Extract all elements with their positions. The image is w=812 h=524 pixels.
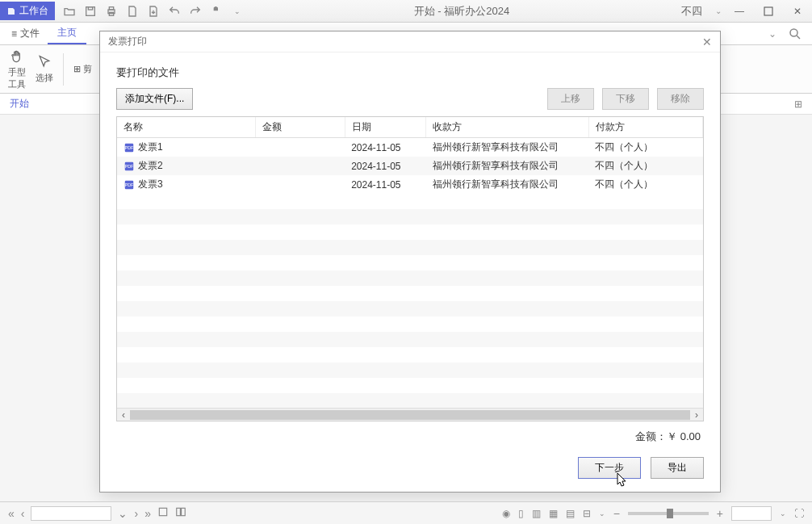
pdf-icon: PDF <box>123 179 135 191</box>
zoom-out-icon[interactable]: − <box>613 507 620 520</box>
col-payee[interactable]: 收款方 <box>426 117 589 138</box>
export-button[interactable]: 导出 <box>651 457 704 479</box>
reading-mode-icon[interactable]: ◉ <box>502 508 510 519</box>
page-view2-icon[interactable] <box>175 506 186 520</box>
file-menu[interactable]: ≡ 文件 <box>3 23 48 44</box>
fullscreen-icon[interactable]: ⛶ <box>794 508 804 519</box>
svg-rect-15 <box>182 508 186 515</box>
app-badge[interactable]: 工作台 <box>0 2 55 20</box>
scroll-track[interactable] <box>130 410 690 420</box>
layout-2-icon[interactable]: ▥ <box>532 508 541 519</box>
user-label[interactable]: 不四 <box>672 4 712 19</box>
open-icon[interactable] <box>63 5 76 18</box>
svg-rect-0 <box>86 6 95 15</box>
table-row[interactable]: PDF发票32024-11-05福州领行新智享科技有限公司不四（个人） <box>117 175 703 194</box>
col-date[interactable]: 日期 <box>345 117 426 138</box>
zoom-in-icon[interactable]: + <box>717 507 723 520</box>
ribbon-separator <box>63 53 64 86</box>
pdf-icon: PDF <box>123 161 135 172</box>
invoice-print-dialog: 发票打印 ✕ 要打印的文件 添加文件(F)... 上移 下移 移除 名称 金额 … <box>99 31 721 493</box>
svg-rect-3 <box>109 6 113 9</box>
table-row[interactable]: PDF发票12024-11-05福州领行新智享科技有限公司不四（个人） <box>117 138 703 157</box>
scroll-left-icon[interactable]: ‹ <box>117 409 130 421</box>
ribbon-overflow[interactable]: ⊞ 剪 <box>73 63 92 75</box>
scroll-right-icon[interactable]: › <box>690 409 703 421</box>
user-chevron-icon[interactable]: ⌄ <box>712 5 725 18</box>
table-header-row: 名称 金额 日期 收款方 付款方 <box>117 117 703 138</box>
move-down-button[interactable]: 下移 <box>602 88 649 110</box>
app-logo-icon <box>6 6 16 16</box>
fit-width-icon[interactable]: ⊟ <box>583 508 591 519</box>
dropdown-icon[interactable]: ⌄ <box>768 28 776 40</box>
svg-rect-13 <box>159 508 166 515</box>
layout-3-icon[interactable]: ▦ <box>549 508 558 519</box>
horizontal-scrollbar[interactable]: ‹ › <box>117 408 703 421</box>
zoom-level-input[interactable] <box>731 506 772 521</box>
panel-expand-icon[interactable]: ⊞ <box>794 99 802 110</box>
col-name[interactable]: 名称 <box>117 117 255 138</box>
hand-tool-button[interactable]: 手型 工具 <box>8 48 26 90</box>
page-dropdown-icon[interactable]: ⌄ <box>118 507 128 520</box>
pdf-icon: PDF <box>123 142 135 153</box>
next-page-icon[interactable]: › <box>134 507 138 520</box>
layout-1-icon[interactable]: ▯ <box>518 508 524 519</box>
add-file-button[interactable]: 添加文件(F)... <box>116 88 193 110</box>
zoom-slider[interactable] <box>628 512 709 515</box>
dialog-close-button[interactable]: ✕ <box>702 36 712 48</box>
next-button[interactable]: 下一步 <box>578 457 641 479</box>
maximize-button[interactable] <box>754 0 783 23</box>
redo-icon[interactable] <box>189 5 202 18</box>
export-icon[interactable] <box>147 5 160 18</box>
file-table: 名称 金额 日期 收款方 付款方 PDF发票12024-11-05福州领行新智享… <box>116 116 704 421</box>
svg-text:PDF: PDF <box>125 164 134 169</box>
file-actions-row: 添加文件(F)... 上移 下移 移除 <box>116 88 704 110</box>
layout-4-icon[interactable]: ▤ <box>566 508 575 519</box>
col-amount[interactable]: 金额 <box>255 117 345 138</box>
chevron-down-icon[interactable]: ⌄ <box>231 5 244 18</box>
titlebar: 工作台 ⌄ 开始 - 福昕办公2024 不四 ⌄ — ✕ <box>0 0 812 23</box>
tab-home[interactable]: 主页 <box>48 23 86 44</box>
layout-dropdown-icon[interactable]: ⌄ <box>599 509 605 518</box>
svg-text:PDF: PDF <box>125 145 134 150</box>
svg-text:PDF: PDF <box>125 182 134 187</box>
zoom-dropdown-icon[interactable]: ⌄ <box>780 509 786 518</box>
total-amount: 金额：￥ 0.00 <box>116 421 704 444</box>
quick-access-toolbar: ⌄ <box>55 5 252 18</box>
svg-rect-14 <box>177 508 181 515</box>
select-tool-button[interactable]: 选择 <box>36 54 53 84</box>
remove-button[interactable]: 移除 <box>657 88 704 110</box>
minimize-button[interactable]: — <box>725 0 754 23</box>
dialog-title: 发票打印 <box>108 35 147 48</box>
window-buttons: — ✕ <box>725 0 812 23</box>
close-button[interactable]: ✕ <box>783 0 812 23</box>
col-payer[interactable]: 付款方 <box>588 117 702 138</box>
app-badge-label: 工作台 <box>19 4 48 18</box>
page-view1-icon[interactable] <box>157 506 169 520</box>
tab-start[interactable]: 开始 <box>10 97 29 111</box>
hand-dropdown-icon[interactable] <box>210 5 223 18</box>
print-icon[interactable] <box>105 5 118 18</box>
svg-rect-5 <box>764 7 772 15</box>
dialog-footer: 下一步 导出 <box>116 444 704 479</box>
page-icon[interactable] <box>126 5 139 18</box>
page-input[interactable] <box>31 506 111 521</box>
table-row[interactable]: PDF发票22024-11-05福州领行新智享科技有限公司不四（个人） <box>117 157 703 175</box>
undo-icon[interactable] <box>168 5 181 18</box>
move-up-button[interactable]: 上移 <box>547 88 594 110</box>
statusbar: « ‹ ⌄ › » ◉ ▯ ▥ ▦ ▤ ⊟ ⌄ − + ⌄ ⛶ <box>0 501 812 524</box>
window-title: 开始 - 福昕办公2024 <box>252 4 672 19</box>
last-page-icon[interactable]: » <box>144 507 151 520</box>
prev-page-icon[interactable]: ‹ <box>21 507 25 520</box>
search-area: ⌄ <box>762 27 809 41</box>
section-label: 要打印的文件 <box>116 65 704 80</box>
search-icon[interactable] <box>788 27 802 41</box>
svg-rect-1 <box>88 6 92 9</box>
svg-point-6 <box>790 29 797 36</box>
hamburger-icon: ≡ <box>11 28 17 40</box>
dialog-titlebar: 发票打印 ✕ <box>100 31 720 52</box>
clipboard-icon: ⊞ 剪 <box>73 63 92 75</box>
save-icon[interactable] <box>84 5 97 18</box>
first-page-icon[interactable]: « <box>8 507 15 520</box>
